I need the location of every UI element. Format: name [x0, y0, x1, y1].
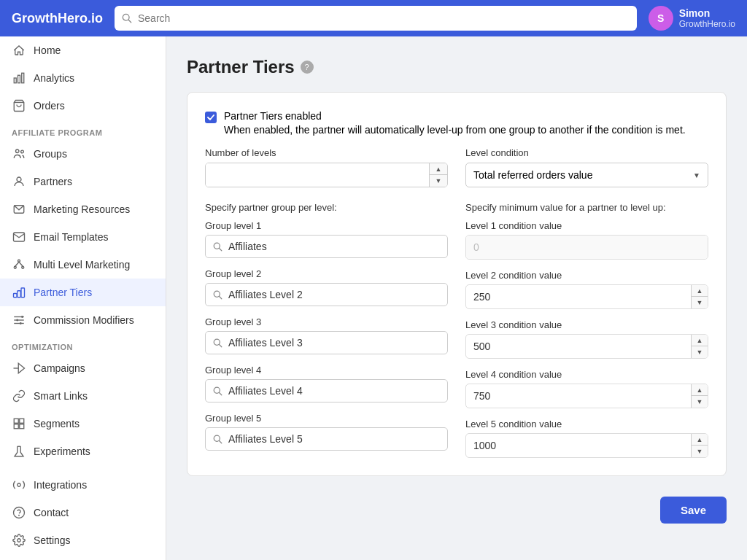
- level-condition-select[interactable]: Total referred orders value Number of re…: [466, 163, 708, 187]
- cond-down-3[interactable]: ▼: [692, 346, 708, 358]
- sidebar-item-experiments[interactable]: Experiments: [0, 438, 166, 465]
- svg-line-1: [128, 20, 131, 23]
- condition-level-field-4[interactable]: [466, 384, 691, 408]
- condition-level-field-3[interactable]: [466, 335, 691, 358]
- condition-level-input-wrap-3[interactable]: ▲▼: [465, 334, 708, 359]
- level-condition-label: Level condition: [465, 147, 708, 158]
- condition-level-2: Level 2 condition value ▲▼: [465, 270, 708, 309]
- groups-icon: [12, 147, 26, 161]
- sidebar-item-orders[interactable]: Orders: [0, 92, 166, 120]
- sidebar-label-smart-links: Smart Links: [34, 390, 88, 402]
- condition-level-input-wrap-2[interactable]: ▲▼: [465, 284, 708, 309]
- condition-level-3: Level 3 condition value ▲▼: [465, 319, 708, 359]
- user-org: GrowthHero.io: [679, 19, 735, 29]
- mlm-icon: [12, 257, 26, 272]
- sidebar-label-settings: Settings: [34, 534, 71, 546]
- num-levels-input[interactable]: 5 ▲ ▼: [205, 163, 448, 187]
- specify-min-header: Specify minimum value for a partner to l…: [465, 202, 708, 213]
- svg-point-7: [21, 150, 24, 153]
- cond-up-2[interactable]: ▲: [692, 285, 708, 297]
- sidebar-item-settings[interactable]: Settings: [0, 526, 166, 554]
- sidebar-item-marketing[interactable]: Marketing Resources: [0, 195, 166, 223]
- sidebar-item-campaigns[interactable]: Campaigns: [0, 354, 166, 382]
- condition-level-field-2[interactable]: [466, 285, 691, 308]
- sidebar-item-home[interactable]: Home: [0, 36, 166, 64]
- group-level-input-wrap-2[interactable]: [205, 283, 448, 306]
- svg-point-31: [18, 483, 21, 487]
- condition-level-field-5[interactable]: [466, 434, 691, 457]
- level-condition-group: Level condition Total referred orders va…: [465, 147, 708, 187]
- main-content: Partner Tiers ? Partner Tiers enabled Wh…: [166, 36, 747, 560]
- condition-level-input-wrap-5[interactable]: ▲▼: [465, 433, 708, 458]
- num-levels-field[interactable]: 5: [206, 163, 429, 187]
- cond-down-4[interactable]: ▼: [692, 396, 708, 408]
- num-levels-up[interactable]: ▲: [430, 163, 447, 175]
- group-search-icon-2: [213, 290, 222, 300]
- group-search-icon-4: [213, 386, 222, 396]
- level-condition-select-wrap[interactable]: Total referred orders value Number of re…: [465, 163, 708, 187]
- user-menu[interactable]: S Simon GrowthHero.io: [649, 6, 735, 31]
- sidebar-item-contact[interactable]: Contact: [0, 499, 166, 526]
- sidebar: Home Analytics Orders AFFILIATE PROGRAM …: [0, 36, 166, 560]
- group-level-input-wrap-1[interactable]: [205, 235, 448, 258]
- enabled-desc: When enabled, the partner will automatic…: [224, 124, 686, 136]
- sidebar-item-integrations[interactable]: Integrations: [0, 471, 166, 499]
- num-levels-down[interactable]: ▼: [430, 175, 447, 187]
- svg-rect-26: [14, 419, 18, 423]
- group-search-icon-1: [213, 242, 222, 252]
- cond-up-3[interactable]: ▲: [692, 335, 708, 346]
- svg-rect-17: [21, 288, 25, 298]
- specify-group-header: Specify partner group per level:: [205, 202, 448, 213]
- svg-rect-29: [20, 424, 24, 429]
- cond-down-2[interactable]: ▼: [692, 297, 708, 308]
- page-title: Partner Tiers: [187, 57, 295, 77]
- contact-icon: [12, 505, 26, 520]
- levels-container: Group level 1 Group level 2 Group level …: [205, 220, 708, 458]
- cond-up-5[interactable]: ▲: [692, 434, 708, 446]
- search-input[interactable]: [138, 12, 630, 24]
- condition-level-field-1: [466, 236, 708, 259]
- enabled-checkbox[interactable]: [205, 112, 217, 123]
- sidebar-item-partner-tiers[interactable]: Partner Tiers: [0, 279, 166, 306]
- group-level-field-2[interactable]: [228, 289, 440, 300]
- cond-down-5[interactable]: ▼: [692, 446, 708, 457]
- sidebar-label-mlm: Multi Level Marketing: [34, 259, 130, 271]
- group-level-field-1[interactable]: [228, 241, 440, 252]
- sidebar-item-commission[interactable]: Commission Modifiers: [0, 306, 166, 334]
- sidebar-item-email[interactable]: Email Templates: [0, 223, 166, 251]
- sidebar-label-email: Email Templates: [34, 231, 108, 243]
- svg-point-34: [18, 539, 21, 542]
- campaigns-icon: [12, 361, 26, 376]
- sidebar-label-partner-tiers: Partner Tiers: [34, 287, 92, 298]
- sidebar-item-smart-links[interactable]: Smart Links: [0, 382, 166, 410]
- svg-line-13: [15, 262, 19, 266]
- integrations-icon: [12, 478, 26, 492]
- condition-level-label-4: Level 4 condition value: [465, 369, 708, 380]
- search-bar[interactable]: [115, 6, 637, 31]
- group-level-field-3[interactable]: [228, 337, 440, 349]
- sidebar-item-mlm[interactable]: Multi Level Marketing: [0, 251, 166, 279]
- sidebar-item-partners[interactable]: Partners: [0, 168, 166, 195]
- group-levels-col: Group level 1 Group level 2 Group level …: [205, 220, 448, 458]
- cond-up-4[interactable]: ▲: [692, 384, 708, 396]
- condition-level-label-5: Level 5 condition value: [465, 419, 708, 429]
- sidebar-item-segments[interactable]: Segments: [0, 410, 166, 438]
- page-title-row: Partner Tiers ?: [187, 57, 727, 77]
- svg-rect-2: [14, 78, 16, 83]
- sidebar-item-analytics[interactable]: Analytics: [0, 64, 166, 92]
- commission-icon: [12, 313, 26, 327]
- sidebar-item-groups[interactable]: Groups: [0, 140, 166, 168]
- condition-level-input-wrap-4[interactable]: ▲▼: [465, 384, 708, 408]
- help-icon[interactable]: ?: [301, 61, 314, 74]
- save-button[interactable]: Save: [660, 497, 727, 524]
- group-level-field-4[interactable]: [228, 385, 440, 397]
- email-icon: [12, 230, 26, 244]
- action-bar: Save: [187, 491, 727, 526]
- group-level-input-wrap-4[interactable]: [205, 379, 448, 402]
- group-level-field-5[interactable]: [228, 433, 440, 445]
- topbar: GrowthHero.io S Simon GrowthHero.io: [0, 0, 747, 36]
- sidebar-label-contact: Contact: [34, 507, 69, 518]
- sidebar-label-home: Home: [34, 44, 61, 56]
- group-level-input-wrap-3[interactable]: [205, 331, 448, 354]
- group-level-input-wrap-5[interactable]: [205, 427, 448, 451]
